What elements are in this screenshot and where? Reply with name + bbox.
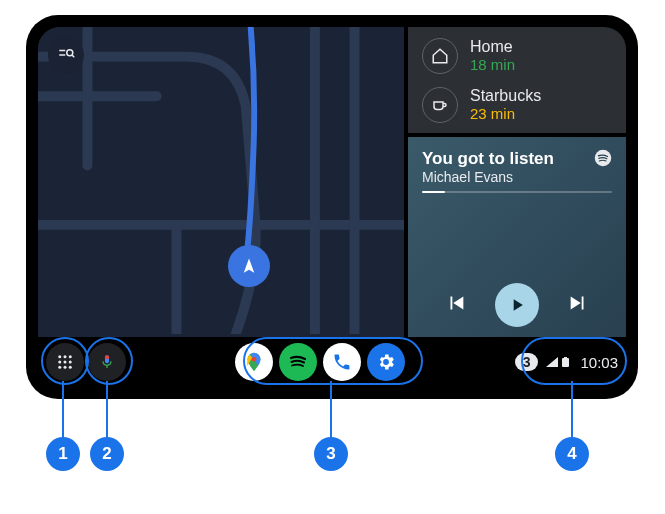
signal-battery-icons bbox=[546, 357, 574, 368]
settings-app[interactable] bbox=[367, 343, 405, 381]
media-card[interactable]: You got to listen Michael Evans bbox=[408, 137, 626, 337]
callout-line-3 bbox=[330, 381, 332, 437]
nav-bar: 3 10:03 bbox=[38, 337, 626, 387]
screen: Home 18 min Starbucks 23 min bbox=[38, 27, 626, 387]
callout-line-2 bbox=[106, 381, 108, 437]
media-progress-fill bbox=[422, 191, 445, 193]
callout-3: 3 bbox=[314, 437, 348, 471]
media-artist: Michael Evans bbox=[422, 169, 554, 185]
svg-point-8 bbox=[69, 355, 72, 358]
destination-label: Home bbox=[470, 37, 515, 56]
svg-point-9 bbox=[58, 361, 61, 364]
media-next-button[interactable] bbox=[567, 292, 589, 318]
callout-4: 4 bbox=[555, 437, 589, 471]
coffee-icon bbox=[422, 87, 458, 123]
destination-row-home[interactable]: Home 18 min bbox=[422, 37, 612, 74]
destination-eta: 23 min bbox=[470, 105, 541, 123]
spotify-app[interactable] bbox=[279, 343, 317, 381]
svg-rect-16 bbox=[562, 358, 569, 367]
destination-row-starbucks[interactable]: Starbucks 23 min bbox=[422, 86, 612, 123]
side-panel: Home 18 min Starbucks 23 min bbox=[408, 27, 626, 337]
clock: 10:03 bbox=[580, 354, 618, 371]
google-maps-app[interactable] bbox=[235, 343, 273, 381]
svg-point-15 bbox=[252, 357, 257, 362]
voice-assistant-button[interactable] bbox=[88, 343, 126, 381]
svg-point-11 bbox=[69, 361, 72, 364]
destination-eta: 18 min bbox=[470, 56, 515, 74]
svg-point-3 bbox=[67, 50, 73, 56]
navigation-arrow-icon bbox=[240, 257, 258, 275]
status-area[interactable]: 3 10:03 bbox=[515, 353, 618, 371]
media-play-button[interactable] bbox=[495, 283, 539, 327]
media-progress-bar[interactable] bbox=[422, 191, 612, 193]
microphone-icon bbox=[99, 354, 115, 370]
gear-icon bbox=[376, 352, 396, 372]
svg-rect-17 bbox=[564, 357, 567, 359]
phone-app[interactable] bbox=[323, 343, 361, 381]
notification-badge[interactable]: 3 bbox=[515, 353, 539, 371]
media-title: You got to listen bbox=[422, 149, 554, 169]
phone-icon bbox=[332, 352, 352, 372]
grid-icon bbox=[56, 353, 74, 371]
callout-line-1 bbox=[62, 381, 64, 437]
destinations-card: Home 18 min Starbucks 23 min bbox=[408, 27, 626, 133]
svg-point-10 bbox=[64, 361, 67, 364]
search-list-icon bbox=[57, 46, 75, 64]
callout-line-4 bbox=[571, 381, 573, 437]
svg-point-13 bbox=[64, 366, 67, 369]
app-launcher-button[interactable] bbox=[46, 343, 84, 381]
callout-1: 1 bbox=[46, 437, 80, 471]
svg-point-6 bbox=[58, 355, 61, 358]
spotify-icon bbox=[286, 350, 310, 374]
svg-line-4 bbox=[72, 55, 74, 57]
current-location-marker bbox=[228, 245, 270, 287]
device-frame: Home 18 min Starbucks 23 min bbox=[26, 15, 638, 399]
destination-label: Starbucks bbox=[470, 86, 541, 105]
map-roads bbox=[38, 27, 404, 334]
home-icon bbox=[422, 38, 458, 74]
svg-point-12 bbox=[58, 366, 61, 369]
app-dock bbox=[235, 343, 405, 381]
spotify-icon bbox=[594, 149, 612, 167]
svg-rect-0 bbox=[38, 27, 404, 334]
map-panel[interactable] bbox=[38, 27, 404, 337]
maps-pin-icon bbox=[243, 351, 265, 373]
map-search-button[interactable] bbox=[48, 37, 84, 73]
callout-2: 2 bbox=[90, 437, 124, 471]
svg-point-7 bbox=[64, 355, 67, 358]
media-previous-button[interactable] bbox=[445, 292, 467, 318]
svg-point-14 bbox=[69, 366, 72, 369]
